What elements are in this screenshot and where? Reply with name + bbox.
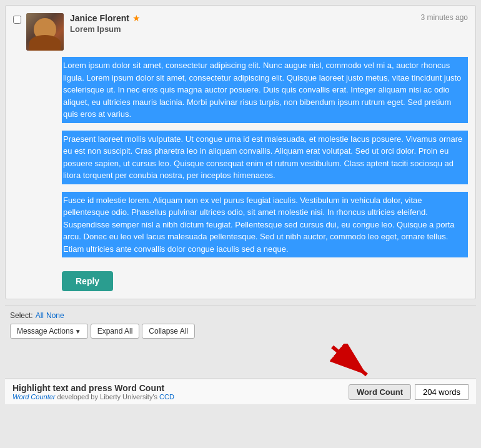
svg-line-1 (332, 347, 367, 375)
toolbar-area: Select: All None Message Actions ▼ Expan… (5, 306, 476, 339)
post-header: Janice Florent ★ Lorem Ipsum 3 minutes a… (13, 13, 468, 51)
word-count-result: 204 words (415, 384, 469, 400)
select-all-link[interactable]: All (36, 311, 44, 320)
button-row: Message Actions ▼ Expand All Collapse Al… (10, 324, 471, 339)
expand-all-button[interactable]: Expand All (91, 324, 140, 339)
star-badge: ★ (132, 13, 141, 23)
dropdown-arrow-icon: ▼ (75, 328, 81, 335)
word-counter-link[interactable]: Word Counter (12, 393, 55, 401)
wc-labels: Highlight text and press Word Count Word… (12, 383, 349, 401)
post-checkbox[interactable] (13, 16, 21, 24)
post-container: Janice Florent ★ Lorem Ipsum 3 minutes a… (5, 5, 476, 299)
arrow-container (5, 344, 476, 381)
reply-button[interactable]: Reply (62, 271, 113, 291)
word-count-section: Highlight text and press Word Count Word… (5, 378, 476, 404)
word-count-row: Highlight text and press Word Count Word… (5, 379, 476, 404)
post-content: Lorem ipsum dolor sit amet, consectetur … (62, 57, 468, 291)
collapse-all-button[interactable]: Collapse All (142, 324, 195, 339)
user-info: Janice Florent ★ Lorem Ipsum (70, 13, 421, 34)
username: Janice Florent (70, 13, 129, 23)
select-label: Select: (10, 311, 33, 320)
developed-by-text: developed by Liberty University's (57, 393, 157, 401)
timestamp: 3 minutes ago (421, 13, 468, 22)
red-arrow-icon (326, 344, 376, 381)
avatar (26, 13, 64, 51)
message-actions-label: Message Actions (17, 327, 74, 336)
post-subtitle: Lorem Ipsum (70, 24, 421, 34)
paragraph-2: Praesent laoreet mollis vulputate. Ut co… (62, 131, 468, 184)
wc-controls: Word Count 204 words (349, 384, 469, 400)
select-none-link[interactable]: None (46, 311, 64, 320)
paragraph-1: Lorem ipsum dolor sit amet, consectetur … (62, 57, 468, 123)
ccd-link[interactable]: CCD (159, 393, 174, 401)
highlight-text-label: Highlight text and press Word Count (12, 383, 349, 393)
word-counter-sub: Word Counter developed by Liberty Univer… (12, 393, 349, 401)
paragraph-3: Fusce id molestie lorem. Aliquam non ex … (62, 192, 468, 258)
post-checkbox-area[interactable] (13, 16, 21, 26)
word-count-button[interactable]: Word Count (349, 384, 411, 400)
select-row: Select: All None (10, 311, 471, 320)
message-actions-button[interactable]: Message Actions ▼ (10, 324, 88, 339)
